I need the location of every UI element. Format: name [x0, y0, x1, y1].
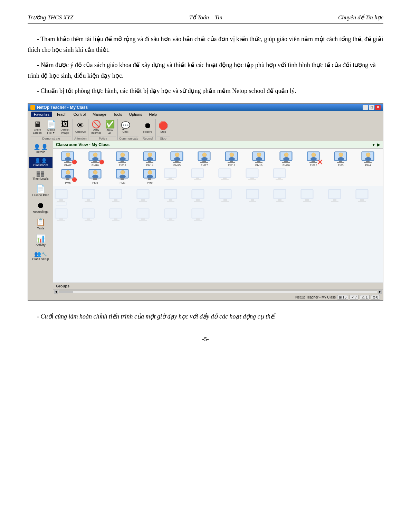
- svg-rect-21: [146, 162, 153, 163]
- svg-rect-109: [247, 169, 258, 177]
- toolbar-communicate-label: Communicate: [119, 136, 138, 140]
- student-pm15[interactable]: PM15: [164, 151, 190, 167]
- empty-mon-13: [55, 208, 80, 226]
- empty-mon-4: [136, 189, 162, 207]
- sidebar-item-activity[interactable]: 📊 Activity: [29, 233, 52, 248]
- student-pm14[interactable]: PM14: [136, 151, 163, 167]
- student-pm9[interactable]: PM9: [136, 168, 163, 185]
- svg-rect-99: [166, 179, 174, 180]
- student-pm13[interactable]: PM13: [109, 151, 136, 167]
- sidebar-item-tests[interactable]: 📋 Tests: [29, 217, 52, 231]
- student-pm17[interactable]: PM17: [191, 151, 218, 167]
- svg-rect-174: [110, 209, 121, 218]
- svg-point-71: [365, 157, 371, 161]
- svg-rect-183: [169, 218, 172, 220]
- scroll-thumb: [59, 291, 73, 293]
- empty-mon-9: [273, 189, 299, 207]
- student-pm5[interactable]: 🔴 PM5: [55, 168, 81, 185]
- status-label: NetOp Teacher - My Class: [295, 295, 336, 299]
- student-pm10[interactable]: 🔴 PM10: [82, 151, 108, 167]
- svg-rect-160: [331, 201, 338, 202]
- svg-rect-38: [230, 161, 233, 162]
- svg-rect-138: [192, 190, 203, 198]
- toolbar-entire-screen[interactable]: 🖥 EntireScreen: [31, 120, 44, 135]
- svg-rect-56: [312, 161, 315, 162]
- student-pm19[interactable]: PM19: [246, 151, 272, 167]
- toolbar-deny[interactable]: 🚫 DenyInternet: [90, 120, 102, 135]
- svg-rect-152: [276, 201, 284, 202]
- menu-manage[interactable]: Manage: [90, 112, 109, 117]
- toolbar-chat[interactable]: 💬 Chat: [119, 121, 132, 134]
- header-right: Chuyên đề Tin học: [338, 14, 383, 21]
- maximize-button[interactable]: □: [369, 105, 374, 110]
- svg-rect-62: [339, 161, 342, 162]
- svg-rect-80: [93, 178, 97, 180]
- footer-text: - Cuối cùng làm hoàn chỉnh tiến trình củ…: [28, 311, 383, 322]
- sidebar-item-thumbnails[interactable]: Thumbnails: [29, 170, 52, 181]
- student-pm3[interactable]: PM3: [327, 151, 354, 167]
- student-pm4[interactable]: PM4: [355, 151, 381, 167]
- menu-options[interactable]: Options: [126, 112, 145, 117]
- svg-rect-50: [284, 161, 288, 162]
- toolbar-record[interactable]: ⏺ Record: [142, 121, 154, 134]
- svg-rect-45: [255, 162, 262, 163]
- svg-rect-186: [192, 209, 203, 218]
- scroll-track: [59, 291, 377, 293]
- svg-rect-122: [83, 190, 94, 198]
- svg-rect-127: [114, 199, 117, 201]
- svg-rect-166: [56, 209, 67, 218]
- svg-rect-98: [169, 178, 172, 179]
- toolbar-allow-all[interactable]: ✅ AllowAll: [104, 120, 116, 135]
- sidebar-item-classroom[interactable]: 👤 👤 Classroom: [29, 157, 52, 168]
- svg-rect-107: [221, 179, 229, 180]
- sidebar-item-details[interactable]: 👤 👤 Details: [29, 143, 52, 155]
- groups-bar: Groups: [53, 283, 383, 289]
- toolbar-policy: 🚫 DenyInternet ✅ AllowAll Policy: [88, 119, 118, 140]
- page-header: Trường THCS XYZ Tổ Toán – Tin Chuyên đề …: [28, 14, 383, 23]
- svg-rect-167: [59, 218, 63, 220]
- scroll-left[interactable]: ◀: [54, 290, 58, 294]
- student-pm25[interactable]: ❌ PM25: [300, 151, 327, 167]
- svg-rect-178: [137, 209, 149, 218]
- sidebar-item-recordings[interactable]: ⏺ Recordings: [29, 200, 52, 215]
- svg-point-53: [283, 157, 289, 161]
- svg-point-17: [120, 157, 126, 161]
- paragraph-1: - Tham khảo thêm tài liệu để mở rộng và …: [28, 34, 383, 55]
- student-pm6[interactable]: PM6: [82, 168, 108, 185]
- menu-help[interactable]: Help: [146, 112, 160, 117]
- menu-teach[interactable]: Teach: [54, 112, 69, 117]
- svg-rect-170: [83, 209, 94, 218]
- footer-paragraph: - Cuối cùng làm hoàn chỉnh tiến trình củ…: [28, 311, 383, 322]
- menu-favorites[interactable]: Favorites: [31, 112, 52, 117]
- svg-rect-158: [329, 190, 340, 198]
- svg-rect-87: [118, 180, 126, 180]
- header-center: Tổ Toán – Tin: [189, 14, 222, 21]
- student-pm18[interactable]: PM18: [218, 151, 245, 167]
- sidebar: 👤 👤 Details 👤 👤 Classroom: [28, 141, 53, 300]
- menu-control[interactable]: Control: [71, 112, 88, 117]
- sidebar-item-lesson-plan[interactable]: 📄 Lesson Plan: [29, 183, 52, 198]
- close-button[interactable]: ✕: [375, 105, 381, 110]
- student-pm8-label: PM8: [120, 181, 125, 184]
- svg-point-22: [148, 153, 152, 157]
- student-pm07[interactable]: 🔴 PM07: [55, 151, 81, 167]
- student-pm07-label: PM07: [64, 164, 71, 167]
- student-pm20[interactable]: PM20: [273, 151, 299, 167]
- student-pm8[interactable]: PM8: [109, 168, 136, 185]
- scrollbar[interactable]: ◀ ▶: [53, 289, 383, 294]
- sidebar-item-class-setup[interactable]: 👥 🔧 Class Setup: [29, 250, 52, 262]
- toolbar-default-image[interactable]: 🖼 DefaultImage: [59, 120, 71, 135]
- svg-rect-123: [87, 199, 90, 201]
- svg-point-95: [147, 175, 153, 178]
- scroll-right[interactable]: ▶: [378, 290, 382, 294]
- menu-tools[interactable]: Tools: [111, 112, 125, 117]
- svg-rect-63: [337, 162, 344, 163]
- minimize-button[interactable]: _: [363, 105, 368, 110]
- student-pm5-label: PM5: [65, 181, 70, 184]
- toolbar-media-file[interactable]: 📄 MediaFile ▼: [45, 120, 57, 135]
- toolbar-observe[interactable]: 👁 Observe: [74, 121, 87, 134]
- toolbar-demonstrate: 🖥 EntireScreen 📄 MediaFile ▼ 🖼 DefaultIm…: [30, 119, 73, 140]
- page: Trường THCS XYZ Tổ Toán – Tin Chuyên đề …: [0, 0, 411, 532]
- empty-mon-18: [191, 208, 217, 226]
- toolbar-stop[interactable]: 🛑 Stop: [157, 121, 170, 134]
